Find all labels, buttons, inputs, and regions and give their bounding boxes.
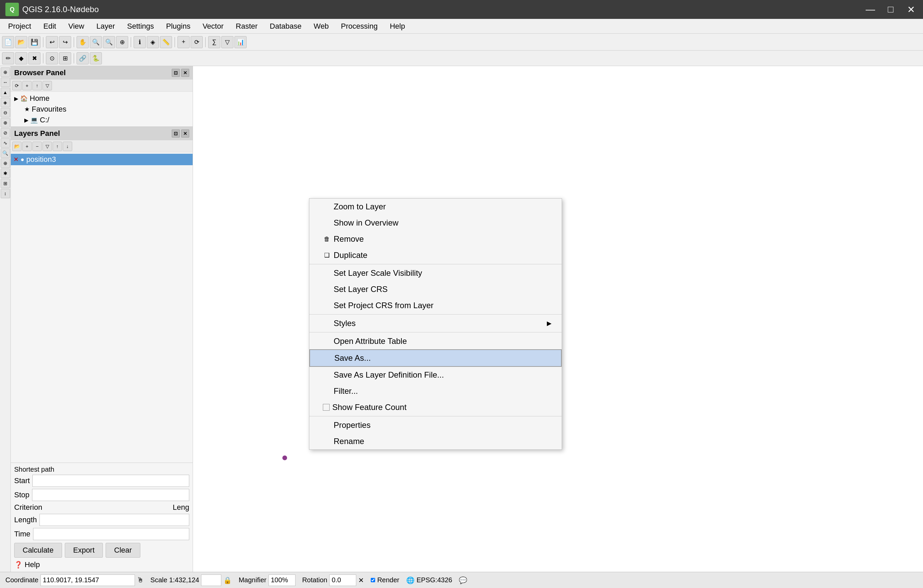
open-btn[interactable]: 📂 xyxy=(15,36,27,48)
stop-input[interactable] xyxy=(32,489,189,501)
new-project-btn[interactable]: 📄 xyxy=(2,36,14,48)
left-tool-2[interactable]: ↔ xyxy=(1,77,10,87)
menu-help[interactable]: Help xyxy=(384,21,410,32)
layers-up-btn[interactable]: ↑ xyxy=(53,142,62,151)
menu-layer[interactable]: Layer xyxy=(91,21,120,32)
redo-btn[interactable]: ↪ xyxy=(59,36,71,48)
left-tool-7[interactable]: ⊘ xyxy=(1,128,10,138)
stats-btn[interactable]: ∑ xyxy=(208,36,220,48)
render-checkbox[interactable] xyxy=(371,578,375,582)
zoom-in-btn[interactable]: 🔍 xyxy=(90,36,102,48)
add-layer-btn[interactable]: + xyxy=(177,36,190,48)
layers-open-btn[interactable]: 📂 xyxy=(12,142,21,151)
ctx-show-overview[interactable]: Show in Overview xyxy=(309,215,562,231)
save-btn[interactable]: 💾 xyxy=(28,36,41,48)
close-button[interactable]: ✕ xyxy=(904,4,918,15)
menu-raster[interactable]: Raster xyxy=(230,21,263,32)
start-input[interactable] xyxy=(32,475,189,487)
digitize-btn[interactable]: ⊙ xyxy=(46,52,58,64)
layer-position3[interactable]: ✕ ● position3 xyxy=(11,154,193,165)
select-btn[interactable]: ◈ xyxy=(147,36,159,48)
zoom-out-btn[interactable]: 🔍 xyxy=(103,36,115,48)
snapping-btn[interactable]: 🔗 xyxy=(77,52,89,64)
help-label[interactable]: Help xyxy=(25,560,40,569)
ctx-scale-visibility[interactable]: Set Layer Scale Visibility xyxy=(309,265,562,281)
browser-favourites[interactable]: ★ Favourites xyxy=(11,104,193,115)
ctx-project-crs[interactable]: Set Project CRS from Layer xyxy=(309,297,562,314)
layers-add-btn[interactable]: + xyxy=(22,142,32,151)
ctx-remove[interactable]: 🗑 Remove xyxy=(309,231,562,247)
ctx-zoom-to-layer[interactable]: Zoom to Layer xyxy=(309,198,562,215)
map-area[interactable]: Zoom to Layer Show in Overview 🗑 Remove … xyxy=(193,66,923,572)
magnifier-input[interactable] xyxy=(269,575,296,586)
browser-close-btn[interactable]: ✕ xyxy=(181,69,189,77)
browser-collapse-btn[interactable]: ↑ xyxy=(32,81,42,90)
time-input[interactable] xyxy=(33,528,189,540)
ctx-open-attribute-table[interactable]: Open Attribute Table xyxy=(309,333,562,349)
filter-btn[interactable]: ▽ xyxy=(221,36,233,48)
ctx-duplicate[interactable]: ❑ Duplicate xyxy=(309,247,562,263)
browser-refresh-btn[interactable]: ⟳ xyxy=(12,81,21,90)
delete-btn[interactable]: ✖ xyxy=(28,52,41,64)
minimize-button[interactable]: — xyxy=(864,4,877,15)
chart-btn[interactable]: 📊 xyxy=(235,36,246,48)
left-tool-1[interactable]: ⊕ xyxy=(1,67,10,77)
menu-project[interactable]: Project xyxy=(3,21,36,32)
browser-add-btn[interactable]: + xyxy=(22,81,32,90)
layers-remove-btn[interactable]: − xyxy=(32,142,42,151)
maximize-button[interactable]: □ xyxy=(884,4,897,15)
menu-edit[interactable]: Edit xyxy=(38,21,61,32)
left-tool-4[interactable]: ◈ xyxy=(1,98,10,107)
left-tool-11[interactable]: ✱ xyxy=(1,169,10,178)
refresh-btn[interactable]: ⟳ xyxy=(191,36,203,48)
layers-filter-btn[interactable]: ▽ xyxy=(43,142,52,151)
browser-float-btn[interactable]: ⊡ xyxy=(172,69,180,77)
left-tool-5[interactable]: ⊖ xyxy=(1,108,10,117)
ctx-layer-crs[interactable]: Set Layer CRS xyxy=(309,281,562,297)
measure-btn[interactable]: 📏 xyxy=(160,36,172,48)
node-btn[interactable]: ◆ xyxy=(15,52,27,64)
left-tool-12[interactable]: ⊞ xyxy=(1,179,10,188)
ctx-save-layer-def[interactable]: Save As Layer Definition File... xyxy=(309,367,562,383)
menu-web[interactable]: Web xyxy=(308,21,334,32)
ctx-styles[interactable]: Styles ▶ xyxy=(309,315,562,331)
edit-btn[interactable]: ✏ xyxy=(2,52,14,64)
left-tool-6[interactable]: ⊕ xyxy=(1,118,10,128)
coordinate-input[interactable] xyxy=(41,575,135,586)
rotation-input[interactable] xyxy=(329,575,356,586)
calculate-button[interactable]: Calculate xyxy=(14,543,62,558)
layers-close-btn[interactable]: ✕ xyxy=(181,129,189,138)
left-tool-8[interactable]: ∿ xyxy=(1,138,10,148)
ctx-show-feature-count[interactable]: Show Feature Count xyxy=(309,399,562,415)
ctx-rename[interactable]: Rename xyxy=(309,433,562,449)
ctx-filter[interactable]: Filter... xyxy=(309,383,562,399)
layers-down-btn[interactable]: ↓ xyxy=(63,142,72,151)
clear-button[interactable]: Clear xyxy=(105,543,140,558)
zoom-full-btn[interactable]: ⊕ xyxy=(116,36,128,48)
browser-home[interactable]: ▶ 🏠 Home xyxy=(11,93,193,104)
menu-vector[interactable]: Vector xyxy=(197,21,229,32)
menu-database[interactable]: Database xyxy=(264,21,307,32)
length-input[interactable] xyxy=(39,514,189,526)
move-btn[interactable]: ⊞ xyxy=(59,52,71,64)
identify-btn[interactable]: ℹ xyxy=(134,36,146,48)
left-tool-3[interactable]: ▲ xyxy=(1,88,10,97)
left-tool-10[interactable]: ⊕ xyxy=(1,159,10,168)
left-tool-9[interactable]: 🔍 xyxy=(1,148,10,158)
plugin-btn[interactable]: 🐍 xyxy=(90,52,102,64)
scale-input[interactable] xyxy=(201,575,221,586)
export-button[interactable]: Export xyxy=(65,543,103,558)
ctx-properties[interactable]: Properties xyxy=(309,417,562,433)
menu-view[interactable]: View xyxy=(63,21,89,32)
undo-btn[interactable]: ↩ xyxy=(46,36,58,48)
pan-btn[interactable]: ✋ xyxy=(77,36,89,48)
menu-settings[interactable]: Settings xyxy=(122,21,159,32)
browser-c-drive[interactable]: ▶ 💻 C:/ xyxy=(11,115,193,125)
left-tool-13[interactable]: ↕ xyxy=(1,189,10,198)
layers-float-btn[interactable]: ⊡ xyxy=(172,129,180,138)
length-col-label: Leng xyxy=(173,503,189,512)
menu-processing[interactable]: Processing xyxy=(336,21,383,32)
ctx-save-as[interactable]: Save As... xyxy=(309,349,562,367)
menu-plugins[interactable]: Plugins xyxy=(161,21,195,32)
browser-filter-btn[interactable]: ▽ xyxy=(43,81,52,90)
